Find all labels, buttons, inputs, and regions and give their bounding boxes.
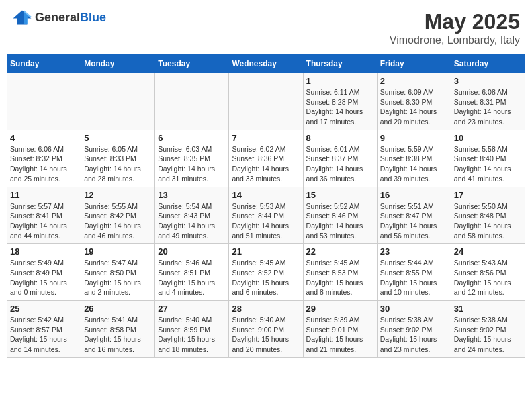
header-day: Tuesday xyxy=(155,55,229,73)
calendar-cell: 23Sunrise: 5:44 AM Sunset: 8:55 PM Dayli… xyxy=(377,244,451,301)
day-info: Sunrise: 5:58 AM Sunset: 8:40 PM Dayligh… xyxy=(454,144,522,184)
calendar-cell xyxy=(155,73,229,130)
day-number: 8 xyxy=(306,133,374,143)
header-day: Thursday xyxy=(303,55,377,73)
calendar-cell: 29Sunrise: 5:39 AM Sunset: 9:01 PM Dayli… xyxy=(303,301,377,358)
header-day: Monday xyxy=(81,55,155,73)
calendar-cell: 17Sunrise: 5:50 AM Sunset: 8:48 PM Dayli… xyxy=(451,187,525,244)
day-number: 4 xyxy=(10,133,78,143)
day-number: 5 xyxy=(84,133,152,143)
day-number: 12 xyxy=(84,190,152,200)
day-info: Sunrise: 5:59 AM Sunset: 8:38 PM Dayligh… xyxy=(380,144,448,184)
header-day: Wednesday xyxy=(229,55,303,73)
calendar-cell: 5Sunrise: 6:05 AM Sunset: 8:33 PM Daylig… xyxy=(81,130,155,187)
logo-icon xyxy=(12,9,32,26)
calendar-cell: 22Sunrise: 5:45 AM Sunset: 8:53 PM Dayli… xyxy=(303,244,377,301)
calendar-cell: 27Sunrise: 5:40 AM Sunset: 8:59 PM Dayli… xyxy=(155,301,229,358)
calendar-cell: 10Sunrise: 5:58 AM Sunset: 8:40 PM Dayli… xyxy=(451,130,525,187)
day-number: 2 xyxy=(380,76,448,86)
day-info: Sunrise: 6:03 AM Sunset: 8:35 PM Dayligh… xyxy=(158,144,226,184)
calendar-cell: 20Sunrise: 5:46 AM Sunset: 8:51 PM Dayli… xyxy=(155,244,229,301)
day-info: Sunrise: 5:38 AM Sunset: 9:02 PM Dayligh… xyxy=(454,315,522,355)
day-number: 15 xyxy=(306,190,374,200)
header-row: SundayMondayTuesdayWednesdayThursdayFrid… xyxy=(7,55,525,73)
day-info: Sunrise: 5:45 AM Sunset: 8:52 PM Dayligh… xyxy=(232,258,300,298)
calendar-cell xyxy=(7,73,81,130)
day-number: 29 xyxy=(306,304,374,314)
svg-marker-1 xyxy=(24,11,32,24)
logo-text: GeneralBlue xyxy=(35,11,106,25)
day-number: 1 xyxy=(306,76,374,86)
calendar-week-row: 4Sunrise: 6:06 AM Sunset: 8:32 PM Daylig… xyxy=(7,130,525,187)
day-info: Sunrise: 6:02 AM Sunset: 8:36 PM Dayligh… xyxy=(232,144,300,184)
day-number: 19 xyxy=(84,246,152,257)
calendar-cell xyxy=(229,73,303,130)
calendar-cell: 8Sunrise: 6:01 AM Sunset: 8:37 PM Daylig… xyxy=(303,130,377,187)
day-info: Sunrise: 5:43 AM Sunset: 8:56 PM Dayligh… xyxy=(454,258,522,298)
day-number: 30 xyxy=(380,304,448,314)
day-number: 6 xyxy=(158,133,226,143)
day-number: 3 xyxy=(454,76,522,86)
day-info: Sunrise: 5:55 AM Sunset: 8:42 PM Dayligh… xyxy=(84,201,152,241)
day-info: Sunrise: 5:49 AM Sunset: 8:49 PM Dayligh… xyxy=(10,258,78,298)
day-info: Sunrise: 5:40 AM Sunset: 9:00 PM Dayligh… xyxy=(232,315,300,355)
header-day: Saturday xyxy=(451,55,525,73)
calendar-cell: 31Sunrise: 5:38 AM Sunset: 9:02 PM Dayli… xyxy=(451,301,525,358)
calendar-cell: 19Sunrise: 5:47 AM Sunset: 8:50 PM Dayli… xyxy=(81,244,155,301)
day-number: 25 xyxy=(10,304,78,314)
calendar-cell: 24Sunrise: 5:43 AM Sunset: 8:56 PM Dayli… xyxy=(451,244,525,301)
day-number: 9 xyxy=(380,133,448,143)
day-info: Sunrise: 6:06 AM Sunset: 8:32 PM Dayligh… xyxy=(10,144,78,184)
calendar-cell: 15Sunrise: 5:52 AM Sunset: 8:46 PM Dayli… xyxy=(303,187,377,244)
day-info: Sunrise: 6:09 AM Sunset: 8:30 PM Dayligh… xyxy=(380,87,448,127)
day-info: Sunrise: 6:11 AM Sunset: 8:28 PM Dayligh… xyxy=(306,87,374,127)
calendar-cell xyxy=(81,73,155,130)
calendar-cell: 2Sunrise: 6:09 AM Sunset: 8:30 PM Daylig… xyxy=(377,73,451,130)
day-info: Sunrise: 5:51 AM Sunset: 8:47 PM Dayligh… xyxy=(380,201,448,241)
header-day: Sunday xyxy=(7,55,81,73)
day-number: 10 xyxy=(454,133,522,143)
day-info: Sunrise: 6:08 AM Sunset: 8:31 PM Dayligh… xyxy=(454,87,522,127)
day-info: Sunrise: 5:57 AM Sunset: 8:41 PM Dayligh… xyxy=(10,201,78,241)
day-number: 27 xyxy=(158,304,226,314)
day-info: Sunrise: 5:45 AM Sunset: 8:53 PM Dayligh… xyxy=(306,258,374,298)
calendar-cell: 3Sunrise: 6:08 AM Sunset: 8:31 PM Daylig… xyxy=(451,73,525,130)
day-info: Sunrise: 5:39 AM Sunset: 9:01 PM Dayligh… xyxy=(306,315,374,355)
day-info: Sunrise: 6:01 AM Sunset: 8:37 PM Dayligh… xyxy=(306,144,374,184)
calendar-week-row: 18Sunrise: 5:49 AM Sunset: 8:49 PM Dayli… xyxy=(7,244,525,301)
day-info: Sunrise: 5:40 AM Sunset: 8:59 PM Dayligh… xyxy=(158,315,226,355)
calendar-cell: 26Sunrise: 5:41 AM Sunset: 8:58 PM Dayli… xyxy=(81,301,155,358)
day-info: Sunrise: 5:50 AM Sunset: 8:48 PM Dayligh… xyxy=(454,201,522,241)
title-block: May 2025 Vimodrone, Lombardy, Italy xyxy=(390,9,520,46)
day-number: 20 xyxy=(158,246,226,257)
calendar-cell: 7Sunrise: 6:02 AM Sunset: 8:36 PM Daylig… xyxy=(229,130,303,187)
day-number: 23 xyxy=(380,246,448,257)
calendar-cell: 9Sunrise: 5:59 AM Sunset: 8:38 PM Daylig… xyxy=(377,130,451,187)
day-info: Sunrise: 6:05 AM Sunset: 8:33 PM Dayligh… xyxy=(84,144,152,184)
calendar-week-row: 25Sunrise: 5:42 AM Sunset: 8:57 PM Dayli… xyxy=(7,301,525,358)
day-number: 7 xyxy=(232,133,300,143)
day-info: Sunrise: 5:52 AM Sunset: 8:46 PM Dayligh… xyxy=(306,201,374,241)
day-number: 21 xyxy=(232,246,300,257)
calendar-cell: 4Sunrise: 6:06 AM Sunset: 8:32 PM Daylig… xyxy=(7,130,81,187)
day-number: 22 xyxy=(306,246,374,257)
calendar-cell: 18Sunrise: 5:49 AM Sunset: 8:49 PM Dayli… xyxy=(7,244,81,301)
calendar-cell: 21Sunrise: 5:45 AM Sunset: 8:52 PM Dayli… xyxy=(229,244,303,301)
calendar-cell: 16Sunrise: 5:51 AM Sunset: 8:47 PM Dayli… xyxy=(377,187,451,244)
page-header: GeneralBlue May 2025 Vimodrone, Lombardy… xyxy=(7,7,525,49)
day-number: 17 xyxy=(454,190,522,200)
calendar-cell: 28Sunrise: 5:40 AM Sunset: 9:00 PM Dayli… xyxy=(229,301,303,358)
calendar-week-row: 1Sunrise: 6:11 AM Sunset: 8:28 PM Daylig… xyxy=(7,73,525,130)
day-number: 28 xyxy=(232,304,300,314)
logo: GeneralBlue xyxy=(12,9,106,26)
day-number: 11 xyxy=(10,190,78,200)
day-info: Sunrise: 5:42 AM Sunset: 8:57 PM Dayligh… xyxy=(10,315,78,355)
day-number: 26 xyxy=(84,304,152,314)
calendar-body: 1Sunrise: 6:11 AM Sunset: 8:28 PM Daylig… xyxy=(7,73,525,358)
day-number: 16 xyxy=(380,190,448,200)
calendar-cell: 25Sunrise: 5:42 AM Sunset: 8:57 PM Dayli… xyxy=(7,301,81,358)
day-number: 13 xyxy=(158,190,226,200)
day-number: 14 xyxy=(232,190,300,200)
calendar-cell: 6Sunrise: 6:03 AM Sunset: 8:35 PM Daylig… xyxy=(155,130,229,187)
day-info: Sunrise: 5:54 AM Sunset: 8:43 PM Dayligh… xyxy=(158,201,226,241)
